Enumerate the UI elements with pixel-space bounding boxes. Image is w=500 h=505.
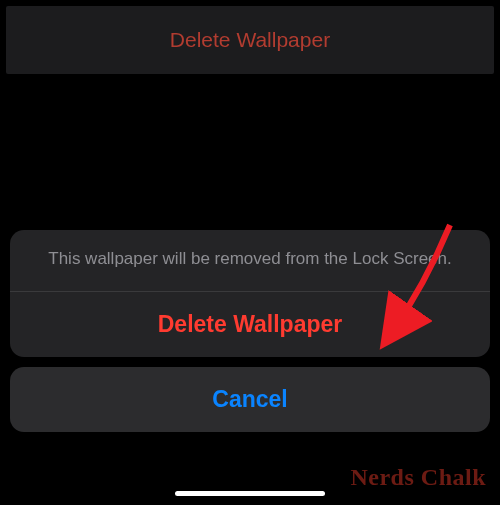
home-indicator[interactable]: [175, 491, 325, 496]
action-sheet-message: This wallpaper will be removed from the …: [34, 248, 466, 271]
delete-wallpaper-button[interactable]: Delete Wallpaper: [10, 292, 490, 357]
top-action-bar[interactable]: Delete Wallpaper: [6, 6, 494, 74]
cancel-label: Cancel: [212, 386, 287, 413]
delete-wallpaper-label: Delete Wallpaper: [158, 311, 342, 338]
watermark: Nerds Chalk: [350, 464, 486, 491]
action-sheet: This wallpaper will be removed from the …: [10, 230, 490, 432]
top-bar-title: Delete Wallpaper: [170, 28, 330, 52]
cancel-button[interactable]: Cancel: [10, 367, 490, 432]
spacer: [0, 80, 500, 230]
action-sheet-message-block: This wallpaper will be removed from the …: [10, 230, 490, 291]
